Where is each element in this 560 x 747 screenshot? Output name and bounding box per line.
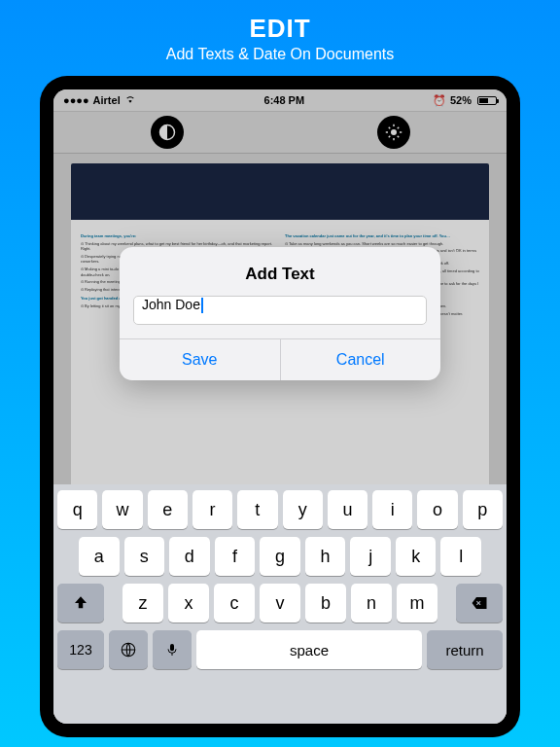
kb-row-1: qwertyuiop xyxy=(57,490,503,529)
add-text-modal: Add Text John Doe Save Cancel xyxy=(120,247,440,380)
key-i[interactable]: i xyxy=(372,490,412,529)
numbers-key[interactable]: 123 xyxy=(57,630,104,669)
key-m[interactable]: m xyxy=(397,584,438,622)
key-o[interactable]: o xyxy=(417,490,457,529)
return-key[interactable]: return xyxy=(427,630,503,669)
promo-title: EDIT xyxy=(0,14,560,44)
key-q[interactable]: q xyxy=(57,490,97,529)
key-y[interactable]: y xyxy=(283,490,323,529)
keyboard: qwertyuiop asdfghjkl zxcvbnm 123 xyxy=(53,484,507,724)
key-b[interactable]: b xyxy=(305,584,346,622)
key-s[interactable]: s xyxy=(124,537,165,576)
cancel-button[interactable]: Cancel xyxy=(280,339,441,380)
key-e[interactable]: e xyxy=(148,490,188,529)
key-r[interactable]: r xyxy=(192,490,232,529)
shift-key[interactable] xyxy=(57,584,104,622)
key-t[interactable]: t xyxy=(237,490,277,529)
key-p[interactable]: p xyxy=(463,490,503,529)
key-d[interactable]: d xyxy=(169,537,210,576)
modal-title: Add Text xyxy=(120,247,440,296)
text-cursor xyxy=(201,298,203,313)
device-screen: ●●●● Airtel 6:48 PM ⏰ 52% xyxy=(53,89,507,724)
key-h[interactable]: h xyxy=(305,537,346,576)
key-l[interactable]: l xyxy=(440,537,481,576)
kb-row-3: zxcvbnm xyxy=(57,584,503,622)
key-c[interactable]: c xyxy=(214,584,255,622)
text-input[interactable]: John Doe xyxy=(133,296,427,325)
key-u[interactable]: u xyxy=(328,490,368,529)
key-j[interactable]: j xyxy=(350,537,391,576)
key-a[interactable]: a xyxy=(79,537,120,576)
promo-header: EDIT Add Texts & Date On Documents xyxy=(0,0,560,71)
key-x[interactable]: x xyxy=(168,584,209,622)
svg-rect-11 xyxy=(170,644,174,651)
key-z[interactable]: z xyxy=(122,584,163,622)
space-key[interactable]: space xyxy=(196,630,422,669)
input-value: John Doe xyxy=(142,297,200,312)
key-w[interactable]: w xyxy=(102,490,142,529)
kb-row-2: asdfghjkl xyxy=(57,537,503,576)
mic-key[interactable] xyxy=(153,630,192,669)
backspace-key[interactable] xyxy=(456,584,503,622)
key-k[interactable]: k xyxy=(396,537,437,576)
device-frame: ●●●● Airtel 6:48 PM ⏰ 52% xyxy=(40,76,520,737)
key-n[interactable]: n xyxy=(351,584,392,622)
promo-subtitle: Add Texts & Date On Documents xyxy=(0,46,560,63)
save-button[interactable]: Save xyxy=(120,339,280,380)
globe-key[interactable] xyxy=(109,630,148,669)
key-f[interactable]: f xyxy=(215,537,256,576)
kb-row-bottom: 123 space return xyxy=(57,630,503,669)
key-v[interactable]: v xyxy=(260,584,300,622)
key-g[interactable]: g xyxy=(260,537,300,576)
